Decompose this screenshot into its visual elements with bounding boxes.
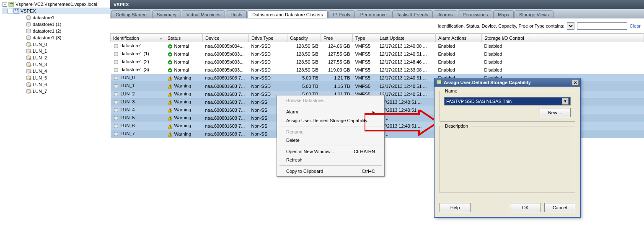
menu-item-label: Rename xyxy=(286,129,304,134)
tab-permissions[interactable]: Permissions xyxy=(458,10,492,18)
new-capability-button[interactable]: New ... xyxy=(540,108,571,117)
table-row[interactable]: datastore1 (3)Normalnaa.600605b003...Non… xyxy=(111,66,644,74)
capability-name-combo[interactable]: FASTVP SSD SAS NLSAS Thin ▼ xyxy=(444,97,571,105)
col-storage-i-o-control[interactable]: Storage I/O Control xyxy=(482,34,536,42)
help-button[interactable]: Help xyxy=(440,203,471,212)
tree-item-datastore1-3-[interactable]: datastore1 (3) xyxy=(2,34,110,41)
menu-separator xyxy=(279,146,382,146)
grid-header-row: Identification▴StatusDeviceDrive TypeCap… xyxy=(111,34,644,42)
tree-item-datastore1[interactable]: datastore1 xyxy=(2,14,110,21)
datastore-icon xyxy=(113,75,119,81)
tree-root[interactable]: − Vsphere-VC2.Vspheremed1.vspex.local xyxy=(2,1,110,8)
table-row[interactable]: datastore1 (1)Normalnaa.600605b003...Non… xyxy=(111,50,644,58)
datastore-icon xyxy=(25,28,32,34)
datastore-icon xyxy=(113,131,119,137)
col-device[interactable]: Device xyxy=(203,34,249,42)
tree-item-lun-6[interactable]: LUN_6 xyxy=(2,81,110,88)
datastore-icon xyxy=(113,99,119,105)
lun-icon xyxy=(25,48,32,54)
datastore-icon xyxy=(113,123,119,129)
table-row[interactable]: datastore1 (2)Normalnaa.600605b003...Non… xyxy=(111,58,644,66)
filter-clear-link[interactable]: Clear xyxy=(630,23,641,28)
page-title-bar: VSPEX xyxy=(110,0,644,9)
col-last-update[interactable]: Last Update xyxy=(377,34,436,42)
filter-input[interactable] xyxy=(577,22,627,30)
tab-hosts[interactable]: Hosts xyxy=(226,10,247,18)
tree-item-lun-2[interactable]: LUN_2 xyxy=(2,54,110,61)
tree-item-lun-3[interactable]: LUN_3 xyxy=(2,61,110,68)
col-capacity[interactable]: Capacity xyxy=(287,34,321,42)
tree-item-datastore1-1-[interactable]: datastore1 (1) xyxy=(2,21,110,28)
tab-maps[interactable]: Maps xyxy=(493,10,514,18)
lun-icon xyxy=(25,68,32,74)
status-ok-icon xyxy=(168,60,173,65)
svg-rect-47 xyxy=(170,101,170,103)
svg-rect-4 xyxy=(17,9,18,10)
col-drive-type[interactable]: Drive Type xyxy=(249,34,287,42)
tab-datastores-and-datastore-clusters[interactable]: Datastores and Datastore Clusters xyxy=(248,10,328,18)
tree-item-label: LUN_0 xyxy=(33,42,47,47)
svg-marker-18 xyxy=(30,72,31,73)
tree-dc-label: VSPEX xyxy=(21,8,36,13)
lun-icon xyxy=(25,61,32,68)
col-free[interactable]: Free xyxy=(321,34,353,42)
chevron-down-icon[interactable]: ▼ xyxy=(562,98,569,105)
tree-item-label: LUN_3 xyxy=(33,62,47,67)
tree-item-lun-4[interactable]: LUN_4 xyxy=(2,68,110,74)
table-row[interactable]: datastore1Normalnaa.600605b004...Non-SSD… xyxy=(111,42,644,50)
col-type[interactable]: Type xyxy=(353,34,377,42)
tab-virtual-machines[interactable]: Virtual Machines xyxy=(182,10,225,18)
dialog-titlebar[interactable]: Assign User-Defined Storage Capability ✕ xyxy=(435,78,580,87)
menu-separator xyxy=(279,106,382,106)
menu-item-assign-user-defined-storage-capability[interactable]: Assign User-Defined Storage Capability..… xyxy=(277,116,384,125)
datastore-icon xyxy=(113,67,119,73)
tree-item-lun-7[interactable]: LUN_7 xyxy=(2,88,110,95)
status-warn-icon xyxy=(168,116,173,121)
svg-rect-52 xyxy=(170,111,170,112)
tree-item-lun-1[interactable]: LUN_1 xyxy=(2,48,110,54)
status-ok-icon xyxy=(168,68,173,73)
tab-tasks-events[interactable]: Tasks & Events xyxy=(392,10,433,18)
tree-item-lun-5[interactable]: LUN_5 xyxy=(2,74,110,81)
tree-root-label: Vsphere-VC2.Vspheremed1.vspex.local xyxy=(16,2,97,7)
svg-marker-16 xyxy=(30,65,31,67)
menu-item-refresh[interactable]: Refresh xyxy=(277,156,384,164)
cancel-button[interactable]: Cancel xyxy=(544,203,575,212)
svg-rect-60 xyxy=(170,127,170,128)
col-alarm-actions[interactable]: Alarm Actions xyxy=(436,34,482,42)
menu-item-open-in-new-window[interactable]: Open in New Window...Ctrl+Alt+N xyxy=(277,147,384,156)
close-icon[interactable]: ✕ xyxy=(572,80,579,85)
svg-rect-55 xyxy=(170,117,170,119)
lun-icon xyxy=(25,41,32,48)
status-warn-icon xyxy=(168,124,173,129)
status-warn-icon xyxy=(168,132,173,137)
tab-performance[interactable]: Performance xyxy=(356,10,391,18)
tree-item-datastore1-2-[interactable]: datastore1 (2) xyxy=(2,28,110,34)
collapse-icon[interactable]: − xyxy=(3,2,7,7)
tree-datacenter[interactable]: − VSPEX xyxy=(2,8,110,14)
filter-scope-select[interactable] xyxy=(567,22,574,30)
col-status[interactable]: Status xyxy=(165,34,203,42)
ok-button[interactable]: OK xyxy=(510,203,541,212)
menu-item-alarm[interactable]: Alarm xyxy=(277,108,384,116)
tree-item-label: LUN_4 xyxy=(33,69,47,74)
tab-alarms[interactable]: Alarms xyxy=(434,10,457,18)
name-fieldset: Name FASTVP SSD SAS NLSAS Thin ▼ New ... xyxy=(440,91,575,122)
filter-bar: Identification, Status, Device, Capacity… xyxy=(110,18,644,33)
tree-item-label: datastore1 (2) xyxy=(33,28,61,33)
tab-ip-pools[interactable]: IP Pools xyxy=(328,10,355,18)
tab-summary[interactable]: Summary xyxy=(152,10,181,18)
lun-icon xyxy=(25,54,32,61)
tree-item-lun-0[interactable]: LUN_0 xyxy=(2,41,110,48)
tab-storage-views[interactable]: Storage Views xyxy=(515,10,553,18)
col-identification[interactable]: Identification▴ xyxy=(111,34,165,42)
menu-item-copy-to-clipboard[interactable]: Copy to ClipboardCtrl+C xyxy=(277,167,384,175)
context-menu: Browse Datastore...AlarmAssign User-Defi… xyxy=(277,95,385,177)
collapse-icon[interactable]: − xyxy=(8,9,12,13)
tab-getting-started[interactable]: Getting Started xyxy=(111,10,151,18)
svg-rect-63 xyxy=(170,134,170,135)
status-warn-icon xyxy=(168,100,173,105)
menu-item-delete[interactable]: Delete xyxy=(277,136,384,144)
datastore-icon xyxy=(113,51,119,57)
dialog-icon xyxy=(436,79,442,86)
